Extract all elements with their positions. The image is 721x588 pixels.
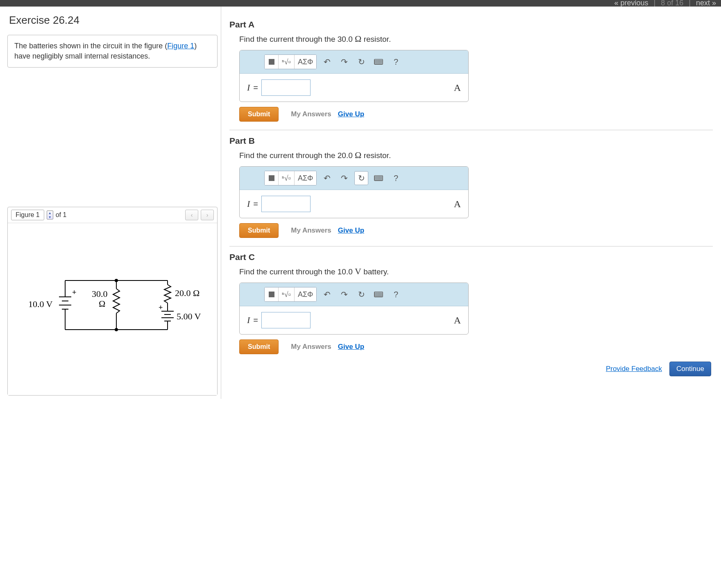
- redo-icon[interactable]: ↷: [337, 55, 351, 69]
- figure-label: Figure 1: [11, 210, 44, 220]
- figure-body: 10.0 V + 30.0 Ω 20.0 Ω + 5.00 V: [8, 223, 217, 395]
- figure-link[interactable]: Figure 1: [167, 42, 194, 50]
- svg-text:+: +: [72, 288, 77, 296]
- my-answers-link[interactable]: My Answers: [291, 110, 331, 118]
- template-icon[interactable]: [265, 55, 279, 69]
- answer-toolbar: ⁿ√▫ ΑΣΦ ↶ ↷ ↻ ?: [240, 50, 468, 74]
- radical-fraction-icon[interactable]: ⁿ√▫: [279, 55, 295, 69]
- nav-strip: « previous | 8 of 16 | next »: [0, 0, 721, 7]
- problem-statement: The batteries shown in the circuit in th…: [7, 35, 218, 68]
- radical-fraction-icon[interactable]: ⁿ√▫: [279, 171, 295, 185]
- my-answers-link[interactable]: My Answers: [291, 343, 331, 351]
- figure-count: of 1: [56, 211, 67, 219]
- submit-button[interactable]: Submit: [239, 107, 279, 122]
- variable-label: I: [247, 199, 250, 209]
- part-a: Part A Find the current through the 30.0…: [229, 20, 713, 122]
- part-b: Part B Find the current through the 20.0…: [229, 136, 713, 238]
- part-title: Part B: [229, 136, 713, 146]
- answer-input[interactable]: [261, 196, 311, 212]
- answer-box: ⁿ√▫ ΑΣΦ ↶ ↷ ↻ ? I = A: [239, 50, 469, 102]
- figure-next-button[interactable]: ›: [201, 210, 214, 220]
- part-prompt: Find the current through the 20.0 Ω resi…: [239, 150, 713, 161]
- template-icon[interactable]: [265, 287, 279, 301]
- nav-previous[interactable]: « previous: [614, 0, 648, 7]
- radical-fraction-icon[interactable]: ⁿ√▫: [279, 287, 295, 301]
- undo-icon[interactable]: ↶: [320, 55, 334, 69]
- give-up-link[interactable]: Give Up: [338, 110, 364, 118]
- greek-symbols-button[interactable]: ΑΣΦ: [295, 171, 317, 185]
- figure-prev-button[interactable]: ‹: [185, 210, 198, 220]
- submit-button[interactable]: Submit: [239, 339, 279, 354]
- svg-text:+: +: [159, 303, 163, 312]
- svg-text:10.0 V: 10.0 V: [28, 299, 53, 309]
- unit-label: A: [454, 82, 461, 93]
- my-answers-link[interactable]: My Answers: [291, 226, 331, 235]
- svg-text:30.0: 30.0: [92, 289, 108, 299]
- provide-feedback-link[interactable]: Provide Feedback: [606, 365, 662, 373]
- keyboard-icon[interactable]: [372, 55, 385, 69]
- give-up-link[interactable]: Give Up: [338, 343, 364, 351]
- continue-button[interactable]: Continue: [669, 362, 711, 376]
- answer-box: ⁿ√▫ ΑΣΦ ↶ ↷ ↻ ? I = A: [239, 166, 469, 218]
- figure-spinner[interactable]: ▲▼: [47, 210, 53, 219]
- variable-label: I: [247, 82, 250, 93]
- circuit-diagram: 10.0 V + 30.0 Ω 20.0 Ω + 5.00 V: [20, 272, 209, 362]
- unit-label: A: [454, 315, 461, 326]
- reset-icon[interactable]: ↻: [354, 287, 368, 301]
- answer-box: ⁿ√▫ ΑΣΦ ↶ ↷ ↻ ? I = A: [239, 283, 469, 335]
- answer-input[interactable]: [261, 79, 311, 96]
- greek-symbols-button[interactable]: ΑΣΦ: [295, 55, 317, 69]
- help-icon[interactable]: ?: [389, 287, 403, 301]
- svg-text:Ω: Ω: [99, 299, 105, 309]
- svg-point-18: [115, 328, 118, 331]
- part-title: Part A: [229, 20, 713, 29]
- keyboard-icon[interactable]: [372, 287, 385, 301]
- exercise-title: Exercise 26.24: [7, 14, 218, 27]
- help-icon[interactable]: ?: [389, 55, 403, 69]
- variable-label: I: [247, 315, 250, 326]
- help-icon[interactable]: ?: [389, 171, 403, 185]
- figure-panel: Figure 1 ▲▼ of 1 ‹ ›: [7, 207, 218, 396]
- redo-icon[interactable]: ↷: [337, 171, 351, 185]
- undo-icon[interactable]: ↶: [320, 171, 334, 185]
- part-prompt: Find the current through the 10.0 V batt…: [239, 266, 713, 277]
- answer-toolbar: ⁿ√▫ ΑΣΦ ↶ ↷ ↻ ?: [240, 167, 468, 190]
- reset-icon[interactable]: ↻: [354, 55, 368, 69]
- svg-text:20.0 Ω: 20.0 Ω: [175, 288, 200, 298]
- unit-label: A: [454, 199, 461, 210]
- part-prompt: Find the current through the 30.0 Ω resi…: [239, 34, 713, 44]
- submit-button[interactable]: Submit: [239, 223, 279, 238]
- greek-symbols-button[interactable]: ΑΣΦ: [295, 287, 317, 301]
- undo-icon[interactable]: ↶: [320, 287, 334, 301]
- template-icon[interactable]: [265, 171, 279, 185]
- answer-toolbar: ⁿ√▫ ΑΣΦ ↶ ↷ ↻ ?: [240, 283, 468, 306]
- keyboard-icon[interactable]: [372, 171, 385, 185]
- nav-position: 8 of 16: [661, 0, 683, 7]
- redo-icon[interactable]: ↷: [337, 287, 351, 301]
- svg-text:5.00 V: 5.00 V: [177, 311, 201, 321]
- part-c: Part C Find the current through the 10.0…: [229, 252, 713, 354]
- reset-icon[interactable]: ↻: [354, 171, 368, 185]
- part-title: Part C: [229, 252, 713, 262]
- nav-next[interactable]: next »: [696, 0, 716, 7]
- give-up-link[interactable]: Give Up: [338, 226, 364, 235]
- answer-input[interactable]: [261, 312, 311, 328]
- svg-point-17: [115, 279, 118, 282]
